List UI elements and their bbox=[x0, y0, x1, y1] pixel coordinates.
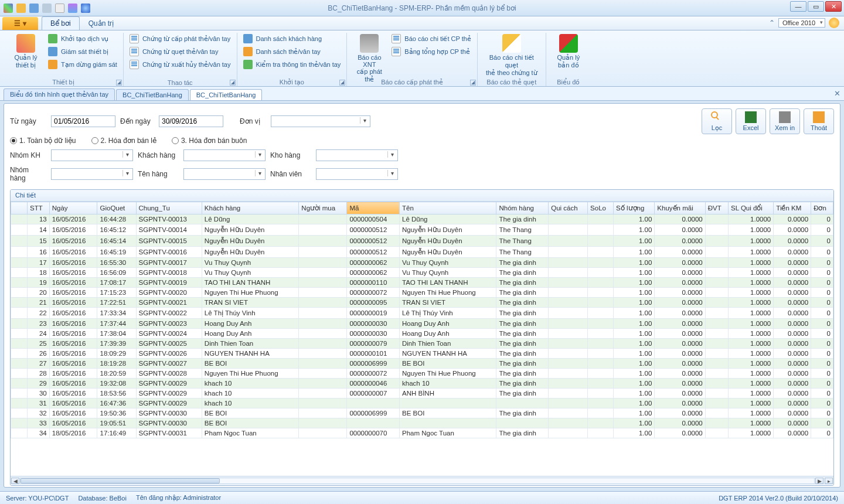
column-header[interactable]: SL Qui đổi bbox=[729, 202, 774, 214]
radio-all-data[interactable]: 1. Toàn bộ dữ liệu bbox=[10, 137, 76, 145]
table-row[interactable]: 1916/05/201617:08:17SGPNTV-00019TAO THI … bbox=[11, 278, 833, 288]
warehouse-dropdown[interactable] bbox=[316, 149, 398, 161]
tab-bc-chitiet-2[interactable]: BC_ChiTietBanHang bbox=[190, 89, 263, 100]
check-card-button[interactable]: Kiểm tra thông tin thẻ/vân tay bbox=[242, 59, 342, 70]
customer-dropdown[interactable] bbox=[183, 149, 266, 161]
column-header[interactable]: Qui cách bbox=[549, 202, 588, 214]
filter-button[interactable]: Lọc bbox=[702, 108, 732, 134]
column-header[interactable]: Chung_Tu bbox=[136, 202, 202, 214]
table-row[interactable]: 3316/05/201619:05:51SGPNTV-00030BE BOI1.… bbox=[11, 418, 833, 428]
maximize-button[interactable]: ▭ bbox=[808, 1, 824, 12]
card-list-button[interactable]: Danh sách thẻ/vân tay bbox=[242, 46, 342, 57]
column-header[interactable]: Ngày bbox=[49, 202, 97, 214]
column-header[interactable]: Tên bbox=[400, 202, 496, 214]
column-header[interactable]: STT bbox=[28, 202, 50, 214]
voucher-issue-button[interactable]: Chứng từ cấp phát thẻ/vân tay bbox=[128, 33, 232, 45]
ribbon-tab-quantri[interactable]: Quản trị bbox=[80, 16, 122, 30]
preview-button[interactable]: Xem in bbox=[770, 108, 800, 134]
table-row[interactable]: 2016/05/201617:15:23SGPNTV-00020Nguyen T… bbox=[11, 288, 833, 298]
column-header[interactable] bbox=[11, 202, 28, 214]
exit-button[interactable]: Thoát bbox=[804, 108, 834, 134]
column-header[interactable]: Khách hàng bbox=[202, 202, 298, 214]
theme-dropdown[interactable]: Office 2010 bbox=[778, 18, 825, 28]
table-row[interactable]: 1816/05/201616:56:09SGPNTV-00018Vu Thuy … bbox=[11, 268, 833, 278]
help-icon[interactable] bbox=[829, 18, 839, 28]
style-icon[interactable] bbox=[68, 4, 77, 13]
table-row[interactable]: 1416/05/201616:45:12SGPNTV-00014Nguyễn H… bbox=[11, 224, 833, 236]
excel-button[interactable]: Excel bbox=[736, 108, 766, 134]
column-header[interactable]: Đơn bbox=[811, 202, 833, 214]
column-header[interactable]: Người mua bbox=[299, 202, 347, 214]
from-date-input[interactable] bbox=[51, 115, 115, 127]
table-row[interactable]: 2616/05/201618:09:29SGPNTV-00026NGUYEN T… bbox=[11, 349, 833, 359]
file-menu-button[interactable]: ☰▾ bbox=[2, 17, 38, 30]
table-row[interactable]: 3216/05/201619:50:36SGPNTV-00030BE BOI00… bbox=[11, 408, 833, 418]
column-header[interactable]: Khuyến mãi bbox=[655, 202, 705, 214]
undo-icon[interactable] bbox=[42, 4, 52, 13]
table-row[interactable]: 3116/05/201616:47:36SGPNTV-00029khach 10… bbox=[11, 399, 833, 408]
table-row[interactable]: 1716/05/201616:55:30SGPNTV-00017Vu Thuy … bbox=[11, 258, 833, 268]
column-header[interactable]: Tiền KM bbox=[774, 202, 811, 214]
map-manage-button[interactable]: Quản lý bản đồ bbox=[551, 33, 586, 69]
column-header[interactable]: Nhóm hàng bbox=[496, 202, 549, 214]
tab-bc-chitiet-1[interactable]: BC_ChiTietBanHang bbox=[116, 89, 189, 100]
radio-retail[interactable]: 2. Hóa đơn bán lẻ bbox=[91, 137, 156, 145]
scroll-left-icon[interactable]: ◀ bbox=[11, 478, 19, 484]
table-row[interactable]: 2116/05/201617:22:51SGPNTV-00021TRAN SI … bbox=[11, 298, 833, 308]
table-row[interactable]: 2816/05/201618:20:59SGPNTV-00028Nguyen T… bbox=[11, 369, 833, 379]
table-row[interactable]: 1516/05/201616:45:14SGPNTV-00015Nguyễn H… bbox=[11, 236, 833, 247]
close-tab-icon[interactable]: ✕ bbox=[834, 89, 840, 98]
scroll-thumb[interactable] bbox=[21, 478, 220, 483]
voucher-cancel-button[interactable]: Chứng từ xuất hủy thẻ/vân tay bbox=[128, 59, 232, 70]
language-icon[interactable] bbox=[81, 4, 90, 13]
horizontal-scrollbar[interactable]: ◀ ▶ ▸ bbox=[11, 476, 833, 485]
table-row[interactable]: 2316/05/201617:37:44SGPNTV-00023Hoang Du… bbox=[11, 319, 833, 329]
scroll-end-icon[interactable]: ▸ bbox=[825, 478, 833, 484]
table-row[interactable]: 2516/05/201617:39:39SGPNTV-00025Dinh Thi… bbox=[11, 339, 833, 349]
customer-list-button[interactable]: Danh sách khách hàng bbox=[242, 33, 342, 45]
product-dropdown[interactable] bbox=[183, 168, 266, 180]
dialog-launcher-icon[interactable]: ◢ bbox=[470, 80, 476, 86]
init-service-button[interactable]: Khởi tạo dịch vụ bbox=[47, 33, 118, 45]
swipe-report-button[interactable]: Báo cáo chi tiết quẹt thẻ theo chứng từ bbox=[482, 33, 541, 77]
table-row[interactable]: 1316/05/201616:44:28SGPNTV-00013Lê Dũng0… bbox=[11, 214, 833, 224]
dialog-launcher-icon[interactable]: ◢ bbox=[230, 80, 236, 86]
customer-group-dropdown[interactable] bbox=[51, 149, 133, 161]
radio-wholesale[interactable]: 3. Hóa đơn bán buôn bbox=[172, 137, 247, 145]
save-icon[interactable] bbox=[29, 4, 39, 13]
dialog-launcher-icon[interactable]: ◢ bbox=[339, 80, 345, 86]
column-header[interactable]: Số lượng bbox=[614, 202, 655, 214]
table-row[interactable]: 1616/05/201616:45:19SGPNTV-00016Nguyễn H… bbox=[11, 247, 833, 258]
table-row[interactable]: 2416/05/201617:38:04SGPNTV-00024Hoang Du… bbox=[11, 329, 833, 339]
column-header[interactable]: SoLo bbox=[588, 202, 614, 214]
close-button[interactable]: ✕ bbox=[825, 1, 842, 12]
product-group-dropdown[interactable] bbox=[51, 168, 133, 180]
monitor-device-button[interactable]: Giám sát thiết bị bbox=[47, 46, 118, 57]
table-row[interactable]: 2916/05/201619:32:08SGPNTV-00029khach 10… bbox=[11, 379, 833, 389]
ribbon-collapse-icon[interactable]: ⌃ bbox=[769, 19, 775, 27]
xnt-report-button[interactable]: Báo cáo XNT cấp phát thẻ bbox=[352, 33, 387, 78]
table-row[interactable]: 2716/05/201618:19:28SGPNTV-00027BE BOI00… bbox=[11, 359, 833, 369]
ribbon-tab-beboi[interactable]: Bể bơi bbox=[42, 16, 80, 30]
grid-body[interactable]: STTNgàyGioQuetChung_TuKhách hàngNgười mu… bbox=[11, 202, 833, 476]
unit-dropdown[interactable] bbox=[271, 115, 370, 127]
staff-dropdown[interactable] bbox=[316, 168, 398, 180]
table-row[interactable]: 3418/05/201617:16:49SGPNTV-00031Pham Ngo… bbox=[11, 428, 833, 438]
to-date-input[interactable] bbox=[159, 115, 223, 127]
open-icon[interactable] bbox=[16, 4, 26, 13]
pause-monitor-button[interactable]: Tạm dừng giám sát bbox=[47, 59, 118, 70]
manage-device-button[interactable]: Quản lý thiết bị bbox=[8, 33, 43, 78]
column-header[interactable]: GioQuet bbox=[97, 202, 136, 214]
table-row[interactable]: 3016/05/201618:53:56SGPNTV-00029khach 10… bbox=[11, 389, 833, 399]
voucher-swipe-button[interactable]: Chứng từ quẹt thẻ/vân tay bbox=[128, 46, 232, 57]
column-header[interactable]: ĐVT bbox=[705, 202, 728, 214]
detail-cp-report-button[interactable]: Báo cáo chi tiết CP thẻ bbox=[390, 33, 472, 45]
table-row[interactable]: 2216/05/201617:33:34SGPNTV-00022Lê Thị T… bbox=[11, 308, 833, 319]
font-icon[interactable] bbox=[55, 4, 64, 13]
minimize-button[interactable]: — bbox=[790, 1, 806, 12]
tab-chart-swipe[interactable]: Biểu đồ tình hình quẹt thẻ/vân tay bbox=[4, 88, 115, 100]
dialog-launcher-icon[interactable]: ◢ bbox=[116, 80, 122, 86]
summary-cp-report-button[interactable]: Bảng tổng hợp CP thẻ bbox=[390, 46, 472, 57]
column-header[interactable]: Mã bbox=[347, 202, 400, 214]
scroll-right-icon[interactable]: ▶ bbox=[815, 478, 823, 484]
